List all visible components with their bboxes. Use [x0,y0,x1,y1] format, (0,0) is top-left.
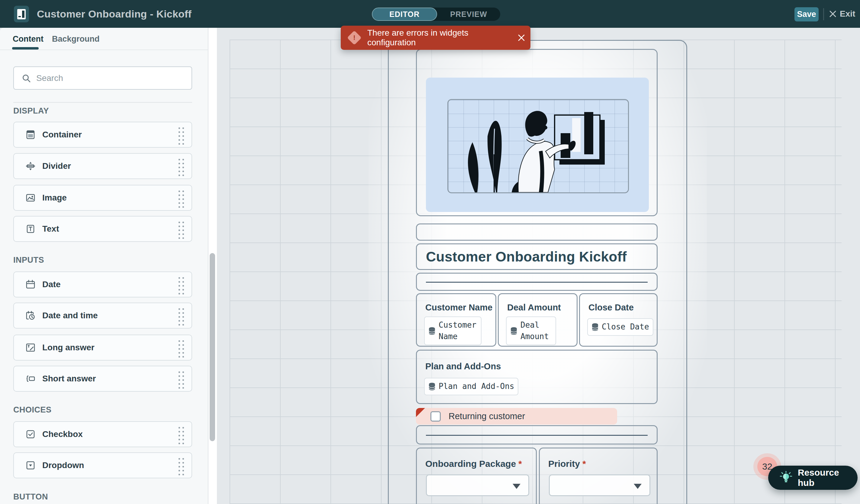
field-label: Plan and Add-Ons [425,361,501,372]
toast-close-button[interactable] [512,26,530,50]
drag-handle[interactable] [177,307,185,326]
drag-handle[interactable] [177,457,185,475]
drag-handle[interactable] [177,220,185,239]
library-item-dropdown[interactable]: Dropdown [13,452,192,478]
drag-handle[interactable] [177,339,185,358]
search-input[interactable] [36,73,169,83]
tab-content[interactable]: Content [13,34,43,44]
exit-button[interactable]: Exit [829,0,855,28]
library-item-long-answer[interactable]: Long answer [13,335,192,361]
drag-handle[interactable] [177,126,185,145]
app-logo-icon [14,6,29,22]
priority-select[interactable] [549,474,650,496]
token-text: Customer Name [439,319,477,342]
chevron-down-icon [513,484,520,489]
form-heading: Customer Onboarding Kickoff [426,244,627,269]
library-item-text[interactable]: Text [13,216,192,242]
top-bar: Customer Onboarding - Kickoff EDITOR PRE… [0,0,860,28]
section-title-button: BUTTON [13,492,48,502]
widget-divider-2[interactable] [416,425,658,445]
token-text: Plan and Add-Ons [439,381,514,392]
container-icon [25,130,35,140]
widget-container[interactable] [416,49,658,216]
drag-handle[interactable] [177,276,185,294]
database-icon [428,327,435,335]
database-icon [510,327,517,335]
field-label: Priority* [548,459,586,469]
required-asterisk: * [518,459,522,469]
error-toast: ! There are errors in widgets configurat… [341,26,530,50]
checkbox-icon [25,429,35,440]
library-item-checkbox[interactable]: Checkbox [13,421,192,447]
sidebar-tabs: Content Background [0,28,208,50]
error-corner-flag [416,408,425,417]
long-answer-icon [25,343,35,353]
sidebar-scrollbar-track[interactable] [209,28,217,504]
data-token-chip[interactable]: Close Date [587,318,654,336]
header-separator [823,8,824,20]
toast-message: There are errors in widgets configuratio… [367,28,512,47]
drag-handle[interactable] [177,370,185,389]
calendar-icon [25,279,35,290]
widget-divider-1[interactable] [416,273,658,291]
checkbox-label: Returning customer [448,411,525,421]
onboarding-package-select[interactable] [426,474,529,496]
mode-toggle: EDITOR PREVIEW [372,8,500,21]
widget-select-onboarding-package[interactable]: Onboarding Package* [416,448,537,504]
sidebar-divider [13,102,192,103]
resource-hub-button[interactable]: Resource hub [768,466,858,490]
divider-rule [426,435,648,436]
tab-editor[interactable]: EDITOR [372,8,437,21]
library-item-date[interactable]: Date [13,272,192,298]
document-title: Customer Onboarding - Kickoff [37,0,191,28]
lightbulb-icon [780,471,792,484]
image-widget[interactable] [426,77,649,212]
short-answer-icon [25,374,35,384]
save-button[interactable]: Save [794,7,819,21]
widget-field-customer-name[interactable]: Customer Name Customer Name [416,293,496,347]
form-builder-app: Customer Onboarding Kickoff Customer Nam… [0,0,860,504]
section-title-inputs: INPUTS [13,256,44,265]
library-item-date-and-time[interactable]: Date and time [13,303,192,329]
widget-empty-row[interactable] [416,224,658,241]
library-item-divider[interactable]: Divider [13,153,192,179]
library-item-image[interactable]: Image [13,185,192,211]
field-label: Deal Amount [507,303,561,313]
widget-field-plan-addons[interactable]: Plan and Add-Ons Plan and Add-Ons [416,350,658,404]
database-icon [428,383,435,390]
widget-checkbox-returning-customer-error[interactable]: Returning customer [416,408,617,424]
text-icon [25,224,35,234]
data-token-chip[interactable]: Deal Amount [506,316,556,345]
token-text: Deal Amount [520,319,552,342]
drag-handle[interactable] [177,157,185,176]
widget-field-close-date[interactable]: Close Date Close Date [579,293,658,347]
search-icon [22,74,31,83]
warning-diamond-icon: ! [347,30,362,45]
drag-handle[interactable] [177,426,185,444]
field-label: Onboarding Package* [425,459,522,469]
tab-preview[interactable]: PREVIEW [437,8,500,21]
field-label: Close Date [588,303,634,313]
required-asterisk: * [583,459,586,469]
chevron-down-icon [634,484,642,489]
divider-rule [426,282,648,283]
section-title-choices: CHOICES [13,405,52,415]
library-item-short-answer[interactable]: Short answer [13,366,192,392]
widget-select-priority[interactable]: Priority* [539,448,658,504]
widget-search[interactable] [13,67,192,90]
tab-background[interactable]: Background [52,34,100,44]
data-token-chip[interactable]: Customer Name [424,316,482,345]
image-placeholder-frame [447,99,629,193]
exit-label: Exit [840,9,855,19]
database-icon [591,323,599,331]
drag-handle[interactable] [177,189,185,208]
onboarding-illustration [448,100,628,192]
returning-customer-checkbox[interactable] [430,411,441,421]
divider-icon [25,161,35,171]
data-token-chip[interactable]: Plan and Add-Ons [424,378,518,395]
widget-field-deal-amount[interactable]: Deal Amount Deal Amount [498,293,577,347]
sidebar-scrollbar-thumb[interactable] [210,253,215,441]
active-tab-underline [12,47,39,49]
widget-form-title[interactable]: Customer Onboarding Kickoff [416,243,658,270]
library-item-container[interactable]: Container [13,122,192,148]
